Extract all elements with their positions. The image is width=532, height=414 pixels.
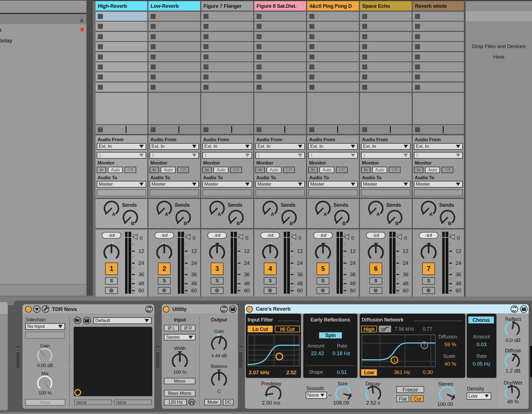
svg-text:1: 1 bbox=[393, 358, 396, 363]
svg-text:2: 2 bbox=[423, 343, 426, 348]
